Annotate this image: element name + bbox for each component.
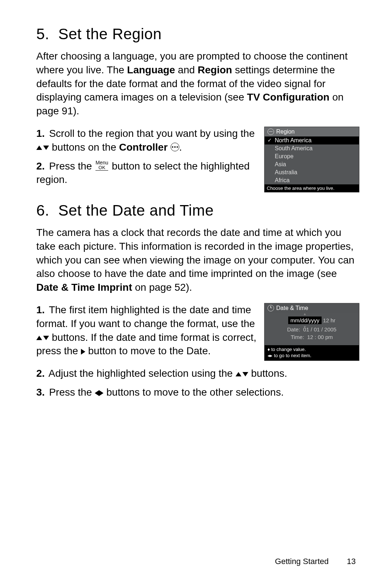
section-5-intro: After choosing a language, you are promp… [36,49,359,118]
region-item: Australia [265,168,359,176]
section-6-intro: The camera has a clock that records the … [36,226,359,294]
clock-icon [268,305,274,311]
section-6-heading: 6. Set the Date and Time [36,202,359,219]
region-screen-title: Region [265,127,359,136]
region-item: North America [265,136,359,144]
section6-step2: 2. Adjust the highlighted selection usin… [36,367,359,380]
date-line: Date: 01 / 01 / 2005 [265,326,359,332]
controller-icon [171,143,179,151]
datetime-screen-title: Date & Time [265,303,359,313]
right-arrow-icon [81,349,85,355]
section6-step1: 1. The first item highlighted is the dat… [36,303,258,358]
datetime-screen-hints: ♦ to change value. ◂▸ to go to next item… [265,345,359,360]
up-down-icon [36,336,49,340]
section-5-heading: 5. Set the Region [36,25,359,43]
section6-step3: 3. Press the buttons to move to the othe… [36,385,359,399]
left-right-icon [95,387,103,398]
date-format-box: mm/dd/yyyy [288,317,322,324]
time-line: Time: 12 : 00 pm [265,334,359,340]
region-item: Africa [265,176,359,184]
region-list: North America South America Europe Asia … [265,136,359,184]
section5-step1: 1. Scroll to the region that you want by… [36,127,258,154]
section5-step2: 2. Press the MenuOK button to select the… [36,159,258,187]
region-item: South America [265,144,359,152]
menu-ok-icon: MenuOK [95,160,108,171]
region-screen-footer: Choose the area where you live. [265,184,359,192]
up-down-icon [36,146,49,150]
globe-icon [268,128,274,135]
hour-mode: 12 hr [323,317,335,323]
up-down-icon [236,372,248,376]
page-footer: Getting Started 13 [275,557,356,566]
datetime-screen: Date & Time mm/dd/yyyy 12 hr Date: 01 / … [264,303,359,361]
region-item: Asia [265,160,359,168]
region-item: Europe [265,152,359,160]
region-screen: Region North America South America Europ… [264,127,359,192]
